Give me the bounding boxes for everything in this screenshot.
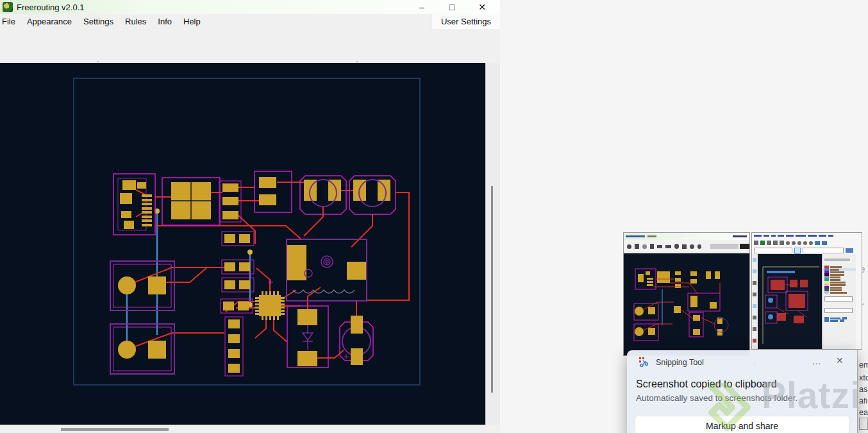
more-options-icon[interactable]: … xyxy=(812,355,821,366)
edge-text-fragment: eme xyxy=(859,361,868,369)
minimize-icon[interactable]: – xyxy=(411,0,433,14)
maximize-icon[interactable]: □ xyxy=(441,0,463,14)
markup-and-share-button[interactable]: Markup and share xyxy=(635,416,849,433)
nested-kicad-board-graphic xyxy=(758,254,822,349)
nested-freerouting-preview-window xyxy=(623,232,750,356)
freerouting-board-graphic xyxy=(0,63,485,425)
freerouting-titlebar[interactable]: Freerouting v2.0.1 – □ ✕ xyxy=(0,0,500,14)
notification-header: Snipping Tool xyxy=(638,357,704,368)
nested-kicad-body xyxy=(752,254,862,349)
nested-kicad-selector-row xyxy=(752,247,862,254)
edge-text-fragment: as xyxy=(859,385,867,394)
menu-file[interactable]: File xyxy=(0,17,21,26)
snipping-tool-notification[interactable]: Snipping Tool … ✕ Screenshot copied to c… xyxy=(627,350,857,433)
close-icon[interactable]: ✕ xyxy=(836,355,844,366)
nested-kicad-layers-panel xyxy=(822,254,856,349)
edge-text-fragment: áfi xyxy=(859,396,867,405)
nested-freerouting-board-graphic xyxy=(624,253,749,355)
menu-help[interactable]: Help xyxy=(178,17,206,26)
notification-app-name: Snipping Tool xyxy=(656,358,704,367)
freerouting-window-title: Freerouting v2.0.1 xyxy=(17,3,85,12)
close-icon[interactable]: ✕ xyxy=(471,0,493,14)
menu-appearance[interactable]: Appearance xyxy=(21,17,78,26)
freerouting-menubar: File Appearance Settings Rules Info Help xyxy=(0,14,500,29)
menu-rules[interactable]: Rules xyxy=(119,17,152,26)
snipping-tool-icon xyxy=(638,357,649,368)
menu-settings[interactable]: Settings xyxy=(78,17,119,26)
menu-info[interactable]: Info xyxy=(152,17,178,26)
nested-kicad-preview-window xyxy=(751,232,862,350)
edge-small-box xyxy=(859,418,868,430)
user-settings-button[interactable]: User Settings xyxy=(431,14,501,29)
screen: Freerouting v2.0.1 – □ ✕ File Appearance… xyxy=(0,0,868,433)
nested-freerouting-titlebar xyxy=(624,233,749,240)
nested-kicad-menubar xyxy=(752,233,862,239)
freerouting-board-canvas[interactable] xyxy=(0,63,485,425)
freerouting-toolbar: Mode Route Drag ⚙ x xx ↶ ↷ xyxy=(0,29,500,64)
freerouting-window: Freerouting v2.0.1 – □ ✕ File Appearance… xyxy=(0,0,500,433)
nested-freerouting-toolbar xyxy=(624,240,749,253)
freerouting-logo-icon xyxy=(3,2,13,12)
nested-kicad-left-toolbar xyxy=(752,254,758,349)
horizontal-scrollbar-thumb[interactable] xyxy=(61,428,169,431)
notification-submessage: Automatically saved to screenshots folde… xyxy=(636,393,797,403)
nested-kicad-toolbar xyxy=(752,239,862,247)
edge-text-fragment: eas xyxy=(859,408,868,417)
vertical-scrollbar[interactable] xyxy=(485,63,501,425)
notification-message: Screenshot copied to clipboard xyxy=(636,378,777,390)
edge-text-fragment: xto xyxy=(859,373,868,382)
vertical-scrollbar-thumb[interactable] xyxy=(491,186,493,393)
